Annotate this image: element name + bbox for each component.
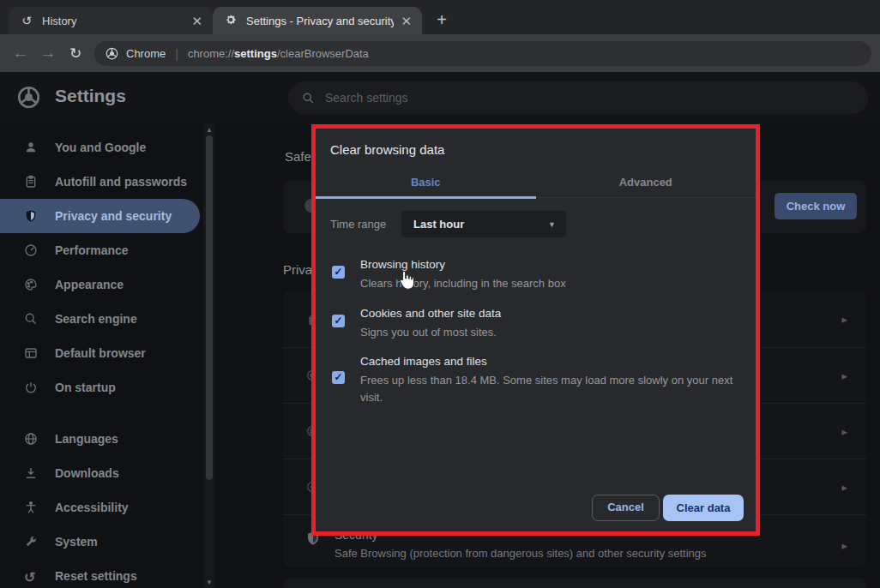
accessibility-icon	[24, 501, 38, 514]
sidebar-item-performance[interactable]: Performance	[0, 233, 202, 267]
close-icon[interactable]: ✕	[401, 15, 412, 27]
address-bar[interactable]: Chrome | chrome://settings/clearBrowserD…	[94, 41, 871, 66]
chevron-right-icon: ▸	[841, 313, 847, 326]
clipboard-icon	[24, 175, 38, 189]
row-title: Browsing history	[360, 258, 445, 271]
chrome-logo-icon	[105, 47, 118, 60]
chevron-right-icon: ▸	[841, 539, 847, 552]
sidebar-item-accessibility[interactable]: Accessibility	[0, 490, 202, 525]
sidebar-item-autofill[interactable]: Autofill and passwords	[0, 165, 202, 199]
clear-data-button[interactable]: Clear data	[663, 495, 744, 521]
dialog-title: Clear browsing data	[330, 142, 444, 157]
tab-history[interactable]: ↺ History ✕	[9, 7, 213, 34]
browser-toolbar: ← → ↻ Chrome | chrome://settings/clearBr…	[0, 34, 880, 72]
search-icon	[302, 92, 315, 105]
sidebar-item-system[interactable]: System	[0, 525, 202, 559]
sidebar-item-search-engine[interactable]: Search engine	[0, 302, 202, 336]
mouse-cursor	[396, 270, 415, 296]
tab-advanced[interactable]: Advanced	[536, 168, 756, 197]
scrollbar-thumb[interactable]	[206, 135, 213, 480]
scroll-down-icon[interactable]: ▼	[203, 579, 215, 586]
person-icon	[24, 141, 38, 154]
chevron-down-icon: ▼	[548, 220, 556, 229]
dialog-tabs: Basic Advanced	[316, 168, 756, 198]
chevron-right-icon: ▸	[841, 369, 847, 382]
row-description: Frees up less than 18.4 MB. Some sites m…	[360, 372, 756, 406]
tab-settings[interactable]: Settings - Privacy and security ✕	[213, 7, 422, 34]
next-card-edge	[283, 578, 866, 588]
download-icon	[24, 466, 38, 480]
tab-basic[interactable]: Basic	[316, 168, 536, 197]
browser-window: ↺ History ✕ Settings - Privacy and secur…	[0, 0, 880, 588]
shield-icon	[24, 209, 38, 223]
palette-icon	[24, 278, 38, 291]
page-title: Settings	[55, 86, 126, 106]
row-description: Clears history, including in the search …	[360, 275, 566, 292]
time-range-label: Time range	[330, 218, 386, 231]
row-title: Cached images and files	[360, 355, 487, 368]
new-tab-button[interactable]: +	[431, 9, 453, 31]
sidebar-item-default-browser[interactable]: Default browser	[0, 336, 202, 370]
sidebar-item-languages[interactable]: Languages	[0, 422, 202, 456]
settings-page: Settings You and Google Autofill and pas…	[0, 72, 880, 588]
cookies-checkbox[interactable]: ✓	[332, 315, 345, 327]
browser-icon	[24, 346, 38, 360]
settings-search[interactable]	[288, 81, 868, 114]
settings-header: Settings	[0, 72, 880, 124]
wrench-icon	[24, 535, 38, 549]
cancel-button[interactable]: Cancel	[592, 495, 660, 521]
check-now-button[interactable]: Check now	[775, 193, 857, 219]
sidebar-item-on-startup[interactable]: On startup	[0, 370, 202, 405]
scrollbar[interactable]: ▲ ▼	[203, 124, 215, 588]
forward-icon[interactable]: →	[34, 44, 62, 63]
globe-icon	[24, 432, 38, 446]
row-title: Cookies and other site data	[360, 307, 501, 320]
reload-icon[interactable]: ↻	[62, 45, 89, 63]
security-row-subtitle: Safe Browsing (protection from dangerous…	[335, 547, 707, 560]
chevron-right-icon: ▸	[841, 481, 847, 494]
reset-icon: ↺	[24, 569, 38, 583]
chrome-logo-icon	[17, 86, 40, 112]
search-input[interactable]	[325, 91, 754, 105]
back-icon[interactable]: ←	[7, 44, 34, 63]
sidebar-item-privacy-and-security[interactable]: Privacy and security	[0, 199, 200, 233]
history-icon: ↺	[19, 14, 34, 27]
tab-strip: ↺ History ✕ Settings - Privacy and secur…	[0, 0, 880, 34]
row-description: Signs you out of most sites.	[360, 324, 497, 341]
cached-images-checkbox[interactable]: ✓	[332, 371, 345, 384]
clear-browsing-data-dialog: Clear browsing data Basic Advanced Time …	[311, 124, 760, 536]
site-label: Chrome	[126, 47, 166, 60]
chevron-right-icon: ▸	[841, 425, 847, 438]
scroll-up-icon[interactable]: ▲	[203, 126, 215, 134]
close-icon[interactable]: ✕	[191, 15, 202, 27]
tab-title: History	[42, 15, 184, 27]
sidebar-item-you-and-google[interactable]: You and Google	[0, 130, 202, 165]
speedometer-icon	[24, 243, 38, 257]
tab-title: Settings - Privacy and security	[246, 15, 394, 27]
sidebar-item-reset-settings[interactable]: ↺ Reset settings	[0, 559, 202, 588]
sidebar-item-appearance[interactable]: Appearance	[0, 267, 202, 302]
url-text: chrome://settings/clearBrowserData	[188, 47, 369, 60]
browsing-history-checkbox[interactable]: ✓	[332, 266, 345, 279]
time-range-value: Last hour	[413, 218, 548, 231]
gear-icon	[223, 14, 238, 28]
power-icon	[24, 381, 38, 394]
url-divider: |	[175, 47, 178, 61]
sidebar-item-downloads[interactable]: Downloads	[0, 456, 202, 490]
magnifier-icon	[24, 312, 38, 326]
time-range-select[interactable]: Last hour ▼	[401, 211, 566, 237]
